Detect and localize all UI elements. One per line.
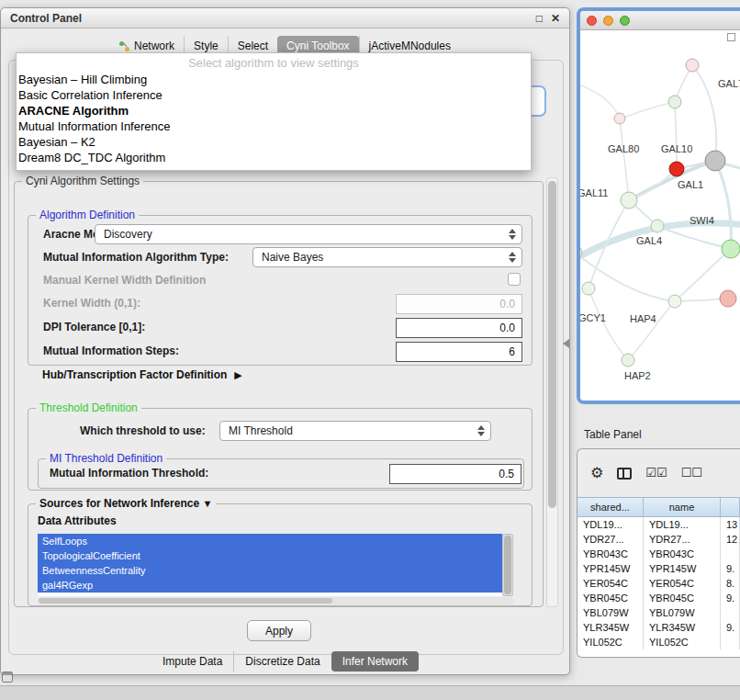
- tab-discretize-data[interactable]: Discretize Data: [233, 651, 331, 672]
- network-edge: [580, 85, 620, 119]
- minimized-panel-icon[interactable]: [2, 672, 13, 683]
- algorithm-option[interactable]: ARACNE Algorithm: [17, 103, 531, 119]
- node-label: SWI4: [690, 215, 714, 226]
- network-node[interactable]: [582, 282, 595, 295]
- algorithm-definition-title: Algorithm Definition: [36, 209, 139, 221]
- table-row[interactable]: YER054CYER054C8.: [577, 576, 740, 591]
- mi-threshold-field[interactable]: 0.5: [389, 464, 521, 484]
- control-panel-window: Control Panel □ ✕ NetworkStyleSelectCyni…: [0, 7, 570, 675]
- attribute-item[interactable]: BetweennessCentrality: [38, 563, 502, 578]
- tab-impute-data[interactable]: Impute Data: [151, 651, 233, 672]
- manual-kernel-checkbox[interactable]: [508, 273, 521, 286]
- table-row[interactable]: YBR043CYBR043C: [577, 547, 740, 561]
- network-edge: [628, 301, 675, 360]
- table-row[interactable]: YDL19...YDL19...13: [577, 517, 740, 532]
- table-row[interactable]: YDR27...YDR27...12: [577, 532, 740, 547]
- attribute-item[interactable]: SelfLoops: [38, 534, 502, 548]
- tab-infer-network[interactable]: Infer Network: [331, 651, 419, 672]
- column-header[interactable]: name: [644, 498, 721, 516]
- network-canvas[interactable]: GAL7GAL80GAL10GAL11GAL1SWI4GAL4GCY1HAP4H…: [580, 30, 740, 401]
- table-cell: YBR045C: [644, 591, 721, 605]
- scrollbar-thumb[interactable]: [504, 536, 511, 594]
- table-cell: [721, 605, 740, 620]
- network-node[interactable]: [720, 290, 736, 307]
- table-row[interactable]: YIL052CYIL052C: [577, 635, 740, 649]
- mi-steps-field[interactable]: 6: [396, 342, 522, 362]
- network-node[interactable]: [621, 192, 637, 209]
- network-window-titlebar[interactable]: [580, 11, 740, 30]
- float-window-icon[interactable]: □: [536, 13, 543, 24]
- table-row[interactable]: YLR345WYLR345W9.: [577, 620, 740, 635]
- algorithm-option[interactable]: Mutual Information Inference: [17, 119, 531, 134]
- control-panel-titlebar[interactable]: Control Panel □ ✕: [1, 8, 569, 28]
- table-cell: [721, 635, 740, 649]
- overview-toggle-icon[interactable]: [727, 33, 735, 41]
- network-node[interactable]: [668, 295, 681, 308]
- table-row[interactable]: YBR045CYBR045C9.: [577, 591, 740, 605]
- algorithm-option[interactable]: Bayesian – Hill Climbing: [17, 72, 531, 87]
- dpi-tolerance-label: DPI Tolerance [0,1]:: [43, 321, 145, 333]
- table-row[interactable]: YPR145WYPR145W9.: [577, 561, 740, 576]
- network-node[interactable]: [686, 59, 699, 72]
- table-cell: 9.: [721, 620, 740, 635]
- algorithm-option[interactable]: Dream8 DC_TDC Algorithm: [17, 150, 531, 165]
- scrollbar-thumb[interactable]: [548, 181, 556, 508]
- network-node[interactable]: [651, 220, 664, 232]
- node-label: GAL10: [661, 143, 692, 154]
- attribute-item[interactable]: TopologicalCoefficient: [38, 548, 502, 563]
- columns-icon[interactable]: [617, 468, 632, 480]
- tab-label: Style: [194, 40, 219, 52]
- attributes-vertical-scrollbar[interactable]: [502, 534, 513, 596]
- mi-threshold-label: Mutual Information Threshold:: [50, 467, 208, 480]
- attribute-item[interactable]: gal4RGexp: [38, 578, 502, 593]
- table-cell: YBR045C: [577, 591, 644, 605]
- kernel-width-field[interactable]: 0.0: [396, 294, 522, 314]
- close-traffic-light[interactable]: [587, 16, 597, 26]
- network-node[interactable]: [669, 162, 684, 176]
- table-cell: [721, 547, 740, 561]
- column-header[interactable]: [721, 498, 740, 516]
- gear-icon[interactable]: ⚙: [590, 467, 603, 480]
- network-node[interactable]: [622, 354, 634, 367]
- algorithm-popup-list: Bayesian – Hill ClimbingBasic Correlatio…: [17, 72, 531, 165]
- column-header[interactable]: shared...: [577, 498, 644, 516]
- scrollbar-thumb[interactable]: [39, 598, 332, 604]
- select-all-checkboxes-icon[interactable]: ☑☑: [645, 467, 667, 480]
- hub-definition-expander[interactable]: Hub/Transcription Factor Definition ▶: [42, 368, 242, 381]
- minimize-traffic-light[interactable]: [603, 16, 613, 26]
- network-node[interactable]: [614, 113, 625, 124]
- network-node[interactable]: [722, 240, 740, 258]
- which-threshold-select[interactable]: MI Threshold: [219, 421, 491, 441]
- panel-splitter-arrow-icon[interactable]: [563, 339, 569, 348]
- data-attributes-list: SelfLoopsTopologicalCoefficientBetweenne…: [38, 534, 502, 596]
- zoom-traffic-light[interactable]: [620, 16, 630, 26]
- table-body: YDL19...YDL19...13YDR27...YDR27...12YBR0…: [577, 517, 740, 658]
- settings-scrollbar[interactable]: [546, 177, 558, 607]
- network-graph: GAL7GAL80GAL10GAL11GAL1SWI4GAL4GCY1HAP4H…: [580, 30, 740, 401]
- close-icon[interactable]: ✕: [551, 13, 560, 24]
- aracne-mode-select[interactable]: Discovery: [95, 224, 522, 244]
- mi-algorithm-type-select[interactable]: Naive Bayes: [252, 247, 522, 267]
- network-node[interactable]: [668, 96, 681, 108]
- window-title: Control Panel: [10, 12, 82, 25]
- which-threshold-value: MI Threshold: [229, 424, 293, 437]
- sources-title-text: Sources for Network Inference: [39, 497, 199, 510]
- network-view-window: GAL7GAL80GAL10GAL11GAL1SWI4GAL4GCY1HAP4H…: [577, 7, 740, 404]
- algorithm-option[interactable]: Basic Correlation Inference: [17, 87, 531, 103]
- mi-threshold-group-title: MI Threshold Definition: [46, 452, 166, 465]
- table-cell: 13: [721, 517, 740, 532]
- attributes-horizontal-scrollbar[interactable]: [38, 597, 513, 604]
- dpi-tolerance-field[interactable]: 0.0: [396, 318, 522, 338]
- table-cell: YIL052C: [577, 635, 644, 649]
- table-cell: 9.: [721, 561, 740, 576]
- network-edge: [620, 119, 629, 200]
- algorithm-option[interactable]: Bayesian – K2: [17, 134, 531, 150]
- apply-button[interactable]: Apply: [247, 620, 311, 641]
- table-panel-title: Table Panel: [584, 428, 642, 441]
- table-cell: YLR345W: [577, 620, 644, 635]
- algorithm-dropdown-popup: Select algorithm to view settings Bayesi…: [16, 52, 532, 171]
- network-node[interactable]: [705, 151, 725, 171]
- deselect-all-checkboxes-icon[interactable]: ☐☐: [681, 467, 702, 480]
- table-row[interactable]: YBL079WYBL079W: [577, 605, 740, 620]
- sources-group-title[interactable]: Sources for Network Inference ▼: [36, 497, 216, 510]
